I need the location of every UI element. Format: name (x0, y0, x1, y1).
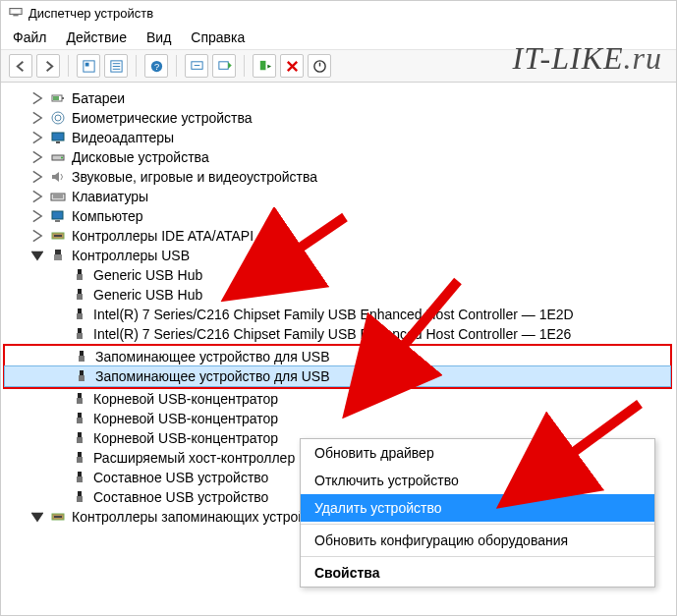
chevron-down-icon[interactable] (30, 510, 44, 524)
controller-icon (50, 228, 66, 244)
scan-button[interactable] (185, 54, 208, 78)
svg-rect-55 (78, 491, 82, 496)
ctx-separator (301, 524, 654, 525)
svg-rect-1 (13, 15, 18, 17)
menu-action[interactable]: Действие (66, 29, 127, 45)
svg-rect-47 (78, 413, 82, 418)
chevron-right-icon[interactable] (30, 209, 44, 223)
ctx-properties[interactable]: Свойства (301, 559, 654, 587)
chevron-right-icon[interactable] (30, 91, 44, 105)
controller-icon (50, 509, 66, 525)
uninstall-button[interactable] (280, 54, 304, 78)
tree-label: Запоминающее устройство для USB (95, 347, 330, 366)
tree-item-biometric[interactable]: Биометрические устройства (3, 108, 672, 128)
tree-item-ide[interactable]: Контроллеры IDE ATA/ATAPI (3, 226, 672, 246)
svg-rect-34 (77, 274, 83, 280)
chevron-down-icon[interactable] (30, 249, 44, 262)
ctx-update-driver[interactable]: Обновить драйвер (301, 439, 654, 467)
tree-item-computer[interactable]: Компьютер (3, 206, 672, 226)
tree-label: Биометрические устройства (72, 108, 253, 128)
menu-help[interactable]: Справка (191, 29, 245, 45)
svg-rect-20 (52, 133, 64, 140)
usb-plug-icon (72, 267, 87, 283)
forward-button[interactable] (36, 54, 60, 78)
usb-plug-icon (72, 411, 87, 426)
tree-item-video[interactable]: Видеоадаптеры (3, 128, 672, 147)
tree-item-audio[interactable]: Звуковые, игровые и видеоустройства (3, 167, 672, 187)
tree-item-usb-root-hub[interactable]: Корневой USB-концентратор (3, 409, 672, 428)
tree-label: Generic USB Hub (93, 285, 202, 305)
svg-rect-53 (78, 472, 82, 476)
toolbar-divider (136, 55, 137, 77)
properties-button[interactable] (104, 54, 128, 78)
chevron-right-icon[interactable] (30, 111, 44, 125)
tree-item-usb-controllers[interactable]: Контроллеры USB (3, 246, 672, 265)
tree-label: Контроллеры USB (72, 246, 190, 265)
svg-text:?: ? (153, 62, 158, 72)
window-title: Диспетчер устройств (28, 6, 153, 21)
tree-label: Звуковые, игровые и видеоустройства (72, 167, 317, 187)
chevron-right-icon[interactable] (30, 150, 44, 164)
usb-plug-icon (72, 450, 87, 466)
tree-label: Intel(R) 7 Series/C216 Chipset Family US… (93, 305, 574, 324)
toolbar-divider (68, 55, 69, 77)
tree-item-disks[interactable]: Дисковые устройства (3, 147, 672, 167)
svg-rect-28 (55, 220, 60, 222)
drive-icon (50, 149, 66, 165)
install-button[interactable] (253, 54, 276, 78)
tree-item-usb-root-hub[interactable]: Корневой USB-концентратор (3, 389, 672, 409)
tree-item-usb-storage[interactable]: Запоминающее устройство для USB (5, 347, 670, 366)
menu-file[interactable]: Файл (13, 29, 46, 45)
computer-icon (50, 208, 66, 224)
tree-item-usb-hub[interactable]: Generic USB Hub (3, 265, 672, 285)
tree-label: Запоминающее устройство для USB (95, 366, 330, 386)
ctx-disable-device[interactable]: Отключить устройство (301, 467, 654, 494)
svg-rect-43 (80, 370, 84, 375)
svg-rect-58 (54, 516, 62, 518)
usb-plug-icon (72, 470, 87, 485)
svg-rect-50 (77, 437, 83, 443)
ctx-scan-hardware[interactable]: Обновить конфигурацию оборудования (301, 527, 654, 554)
chevron-right-icon[interactable] (30, 131, 44, 144)
tree-label: Корневой USB-концентратор (93, 389, 278, 409)
tree-label: Generic USB Hub (93, 265, 202, 285)
titlebar: Диспетчер устройств (1, 1, 676, 26)
watermark-main: IT-LIKE (512, 40, 623, 76)
tree-item-usb-host-controller[interactable]: Intel(R) 7 Series/C216 Chipset Family US… (3, 305, 672, 324)
update-driver-button[interactable] (212, 54, 236, 78)
highlight-box: Запоминающее устройство для USB Запомина… (3, 344, 672, 389)
toolbar-divider (244, 55, 245, 77)
svg-rect-12 (218, 61, 227, 69)
svg-rect-49 (78, 432, 82, 437)
svg-rect-21 (56, 141, 60, 143)
context-menu: Обновить драйвер Отключить устройство Уд… (300, 438, 655, 588)
svg-rect-52 (77, 457, 83, 463)
svg-rect-56 (77, 496, 83, 502)
usb-plug-icon (72, 430, 87, 446)
menu-view[interactable]: Вид (146, 29, 171, 45)
help-button[interactable]: ? (144, 54, 168, 78)
svg-rect-39 (78, 328, 82, 333)
tree-label: Составное USB устройство (93, 468, 268, 487)
back-button[interactable] (9, 54, 32, 78)
tree-item-batteries[interactable]: Батареи (3, 88, 672, 108)
svg-rect-41 (80, 351, 84, 356)
svg-rect-17 (53, 96, 59, 100)
show-hidden-button[interactable] (77, 54, 100, 78)
tree-item-keyboards[interactable]: Клавиатуры (3, 187, 672, 206)
chevron-right-icon[interactable] (30, 229, 44, 243)
tree-label: Intel(R) 7 Series/C216 Chipset Family US… (93, 324, 571, 344)
tree-item-usb-host-controller[interactable]: Intel(R) 7 Series/C216 Chipset Family US… (3, 324, 672, 344)
chevron-right-icon[interactable] (30, 190, 44, 203)
tree-item-usb-hub[interactable]: Generic USB Hub (3, 285, 672, 305)
device-manager-icon (9, 5, 23, 22)
usb-plug-icon (72, 307, 87, 322)
ctx-delete-device[interactable]: Удалить устройство (301, 494, 654, 522)
usb-plug-icon (72, 391, 87, 407)
chevron-right-icon[interactable] (30, 170, 44, 184)
svg-rect-2 (12, 10, 21, 13)
battery-icon (50, 90, 66, 106)
tree-item-usb-storage-selected[interactable]: Запоминающее устройство для USB (5, 366, 670, 386)
disable-button[interactable] (308, 54, 331, 78)
svg-rect-38 (77, 313, 83, 319)
